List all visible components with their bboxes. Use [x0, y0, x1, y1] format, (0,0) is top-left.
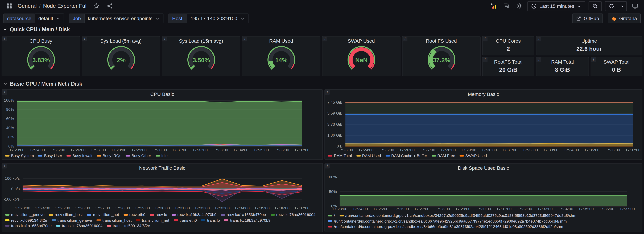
legend-item-recv-lxc1a1653b470ee[interactable]: recv lxc1a1653b470ee [221, 212, 266, 218]
legend-item-swap-used[interactable]: SWAP Used [460, 153, 487, 158]
panel-title[interactable]: Uptime [544, 38, 634, 44]
legend-item-busy-system[interactable]: Busy System [6, 153, 34, 158]
legend-item-recv-cilium-geneve[interactable]: recv cilium_geneve [6, 212, 44, 218]
stat-value: 22.6 hour [536, 45, 642, 52]
panel-title[interactable]: SWAP Used [330, 38, 393, 44]
chart-legend: RAM TotalRAM UsedRAM Cache + BufferRAM F… [328, 153, 640, 158]
panel-info-icon[interactable]: i [536, 57, 541, 62]
variable-host-dropdown[interactable]: 195.17.140.203:9100 [187, 13, 248, 23]
legend-item-ram-used[interactable]: RAM Used [356, 153, 381, 158]
settings-gear-icon[interactable] [514, 1, 524, 11]
github-link-label: GitHub [584, 16, 599, 21]
variable-job-dropdown[interactable]: kubernetes-service-endpoints [84, 13, 164, 23]
panel-info-icon[interactable]: i [2, 164, 7, 168]
legend-item-recv-lxc19b3a4c970b9[interactable]: recv lxc19b3a4c970b9 [172, 212, 216, 218]
save-dashboard-icon[interactable] [501, 1, 511, 11]
legend-item-run-containerd-io-containerd-grpc-v1-cri-sandboxes-0c067afe9b42925bc9aa0577f9774e1ed8656f72909e092a7b4e374b7cd05cd4-shm[interactable]: /run/containerd/io.containerd.grpc.v1.cr… [328, 218, 566, 224]
panel-title[interactable]: CPU Busy [10, 38, 72, 44]
panel-info-icon[interactable]: i [483, 57, 488, 62]
panel-info-icon[interactable]: i [2, 36, 7, 41]
add-panel-icon[interactable] [488, 1, 498, 11]
panel-info-icon[interactable]: i [591, 57, 596, 62]
gauge-row: i CPU Busy 3.83% i Sys Load (5m avg) 2% … [2, 36, 480, 76]
svg-text:17:23:00: 17:23:00 [15, 206, 30, 210]
panel-info-icon[interactable]: i [82, 36, 87, 41]
legend-item-trans-lo[interactable]: trans lo [201, 218, 220, 223]
cycle-view-icon[interactable] [630, 1, 640, 11]
share-icon[interactable] [105, 1, 115, 11]
legend-item-ram-free[interactable]: RAM Free [432, 153, 455, 158]
panel-chart-cpu-basic: i CPU Basic 100%80%60%40%20%0%17:23:0017… [2, 90, 323, 160]
legend-item-recv-eth0[interactable]: recv eth0 [124, 212, 145, 218]
refresh-interval-dropdown[interactable] [618, 1, 627, 11]
variable-datasource-dropdown[interactable]: default [35, 13, 64, 23]
panel-info-icon[interactable]: i [325, 164, 330, 168]
panel-info-icon[interactable]: i [483, 36, 488, 41]
favorite-star-icon[interactable] [91, 1, 101, 11]
legend-item-ram-total[interactable]: RAM Total [328, 153, 352, 158]
panel-info-icon[interactable]: i [162, 36, 167, 41]
legend-item-recv-cilium-host[interactable]: recv cilium_host [49, 212, 83, 218]
legend-item-idle[interactable]: Idle [156, 153, 168, 158]
svg-text:100%: 100% [327, 175, 337, 179]
time-range-picker[interactable]: Last 15 minutes [528, 1, 585, 11]
legend-item-trans-eth0[interactable]: trans eth0 [174, 218, 197, 223]
chart-plot-area[interactable]: 100%80%60%40%20%0%17:23:0017:24:0017:25:… [2, 90, 322, 159]
legend-item-trans-lxc76aa36016004[interactable]: trans lxc76aa36016004 [56, 223, 102, 229]
panel-info-icon[interactable]: i [325, 90, 330, 95]
github-link-button[interactable]: GitHub [572, 13, 603, 23]
apps-icon[interactable] [4, 1, 14, 11]
legend-item-run-containerd-io-containerd-grpc-v1-cri-sandboxes-04297a2d50625e9adf34f55afd0275c9ac0183f58f93b10d3723d865947de8a8-shm[interactable]: /run/containerd/io.containerd.grpc.v1.cr… [340, 213, 576, 218]
panel-title[interactable]: CPU Basic [10, 91, 315, 97]
stat-value: 8 GiB [536, 66, 588, 73]
panel-info-icon[interactable]: i [402, 36, 408, 41]
legend-item-recv-lxc76aa36016004[interactable]: recv lxc76aa36016004 [270, 212, 316, 218]
panel-info-icon[interactable]: i [242, 36, 247, 41]
panel-info-icon[interactable]: i [536, 36, 541, 41]
legend-item-busy-irqs[interactable]: Busy IRQs [97, 153, 121, 158]
row-header-basic-cpu-mem-net-disk[interactable]: Basic CPU / Mem / Net / Disk [2, 79, 82, 88]
refresh-button[interactable] [605, 1, 618, 11]
legend-item-busy-other[interactable]: Busy Other [126, 153, 151, 158]
legend-item-trans-cilium-geneve[interactable]: trans cilium_geneve [52, 218, 92, 223]
legend-item-run-containerd-io-containerd-grpc-v1-cri-sandboxes-34b66dbfba9fe31e39313f92ae428f91212463dd01d08e802502d3886f2dff2b-shm[interactable]: /run/containerd/io.containerd.grpc.v1.cr… [328, 224, 563, 229]
legend-item-trans-lxc19b3a4c970b9[interactable]: trans lxc19b3a4c970b9 [224, 218, 270, 223]
legend-item-root[interactable]: / [328, 213, 335, 218]
panel-title[interactable]: CPU Cores [490, 38, 526, 44]
panel-title[interactable]: Sys Load (15m avg) [170, 38, 232, 44]
panel-title[interactable]: Root FS Used [410, 38, 473, 44]
legend-item-busy-user[interactable]: Busy User [38, 153, 62, 158]
panel-info-icon[interactable]: i [2, 90, 7, 95]
legend-item-busy-iowait[interactable]: Busy Iowait [67, 153, 92, 158]
grafana-link-button[interactable]: Grafana [608, 13, 641, 23]
svg-text:17:28:00: 17:28:00 [440, 148, 456, 152]
gauge: 3.50% [168, 43, 234, 75]
panel-title[interactable]: RAM Used [250, 38, 312, 44]
svg-text:17:31:00: 17:31:00 [496, 207, 512, 211]
legend-item-trans-lxcf699134f8f2e[interactable]: trans lxcf699134f8f2e [107, 223, 150, 229]
legend-item-trans-lxc1a1653b470ee[interactable]: trans lxc1a1653b470ee [6, 223, 52, 229]
legend-item-recv-lo[interactable]: recv lo [150, 212, 167, 218]
series-name: trans cilium_geneve [57, 218, 92, 223]
legend-item-recv-cilium-net[interactable]: recv cilium_net [87, 212, 119, 218]
panel-title[interactable]: RAM Total [544, 59, 581, 65]
zoom-out-button[interactable] [588, 1, 602, 11]
legend-item-ram-cache-buffer[interactable]: RAM Cache + Buffer [386, 153, 427, 158]
breadcrumb-dashboard-title[interactable]: Node Exporter Full [43, 3, 88, 9]
panel-title[interactable]: Network Traffic Basic [10, 165, 315, 171]
panel-title[interactable]: Disk Space Used Basic [332, 165, 634, 171]
breadcrumb-section[interactable]: General [18, 3, 37, 9]
svg-text:17:26:00: 17:26:00 [394, 207, 409, 211]
row-header-quick-cpu-mem-disk[interactable]: Quick CPU / Mem / Disk [2, 25, 70, 34]
legend-item-trans-cilium-host[interactable]: trans cilium_host [96, 218, 132, 223]
panel-title[interactable]: SWAP Total [598, 59, 634, 65]
legend-item-recv-lxcf699134f8f2e[interactable]: recv lxcf699134f8f2e [6, 218, 47, 223]
panel-title[interactable]: RootFS Total [490, 59, 526, 65]
series-name: recv lxcf699134f8f2e [11, 218, 47, 223]
panel-info-icon[interactable]: i [322, 36, 327, 41]
legend-item-trans-cilium-net[interactable]: trans cilium_net [136, 218, 169, 223]
series-name: trans cilium_net [142, 218, 169, 223]
panel-title[interactable]: Sys Load (5m avg) [90, 38, 152, 44]
panel-title[interactable]: Memory Basic [332, 91, 634, 97]
chart-plot-area[interactable]: 7.45 GiB5.59 GiB3.73 GiB1.86 GiB0 B17:23… [325, 90, 642, 159]
